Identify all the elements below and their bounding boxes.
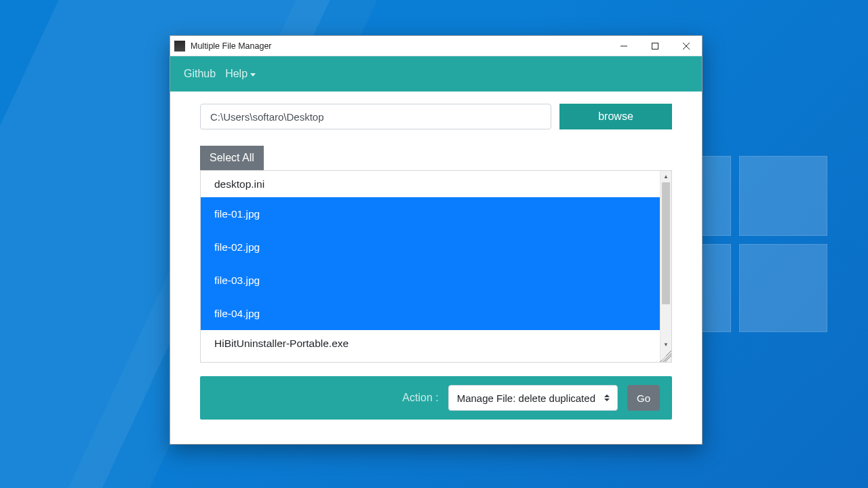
resize-grip-icon[interactable] (660, 350, 671, 362)
menubar: Github Help (170, 56, 702, 92)
file-item[interactable]: file-02.jpg (201, 230, 660, 264)
file-item[interactable]: file-01.jpg (201, 197, 660, 230)
path-input[interactable] (200, 104, 551, 129)
app-icon (174, 41, 185, 52)
file-name: desktop.ini (214, 178, 264, 190)
close-button[interactable] (671, 36, 702, 56)
action-bar: Action : Manage File: delete duplicated … (200, 376, 672, 420)
file-item[interactable]: HiBitUninstaller-Portable.exe (201, 330, 660, 357)
titlebar[interactable]: Multiple File Manager (170, 36, 702, 56)
window-controls (608, 36, 702, 56)
window-title: Multiple File Manager (191, 41, 608, 51)
minimize-button[interactable] (608, 36, 639, 56)
chevron-down-icon (250, 73, 256, 77)
file-list: desktop.inifile-01.jpgfile-02.jpgfile-03… (200, 170, 672, 363)
scroll-up-icon[interactable]: ▲ (660, 171, 671, 182)
file-name: file-01.jpg (214, 208, 260, 220)
go-button[interactable]: Go (627, 385, 660, 411)
path-row: browse (200, 104, 672, 129)
content-area: browse Select All desktop.inifile-01.jpg… (170, 92, 702, 444)
app-window: Multiple File Manager Github Help browse (170, 35, 703, 445)
file-name: file-03.jpg (214, 274, 260, 287)
file-name: file-04.jpg (214, 308, 260, 320)
maximize-button[interactable] (639, 36, 671, 56)
select-updown-icon (604, 394, 610, 401)
scroll-thumb[interactable] (662, 182, 670, 304)
action-label: Action : (402, 392, 438, 404)
browse-button[interactable]: browse (559, 104, 672, 129)
file-name: HiBitUninstaller-Portable.exe (214, 338, 349, 350)
menu-label: Github (184, 68, 216, 80)
action-select[interactable]: Manage File: delete duplicated (448, 385, 618, 411)
select-all-button[interactable]: Select All (200, 146, 264, 170)
menu-github[interactable]: Github (184, 68, 216, 80)
file-list-viewport[interactable]: desktop.inifile-01.jpgfile-02.jpgfile-03… (201, 171, 660, 362)
file-name: file-02.jpg (214, 241, 260, 253)
scroll-down-icon[interactable]: ▼ (660, 339, 671, 350)
menu-help[interactable]: Help (225, 68, 256, 80)
svg-rect-1 (652, 43, 658, 49)
file-item[interactable]: file-03.jpg (201, 264, 660, 297)
scrollbar[interactable]: ▲ ▼ (660, 171, 671, 362)
file-item[interactable]: file-04.jpg (201, 297, 660, 330)
action-select-value: Manage File: delete duplicated (457, 392, 595, 404)
menu-label: Help (225, 68, 248, 80)
file-item[interactable]: desktop.ini (201, 171, 660, 197)
